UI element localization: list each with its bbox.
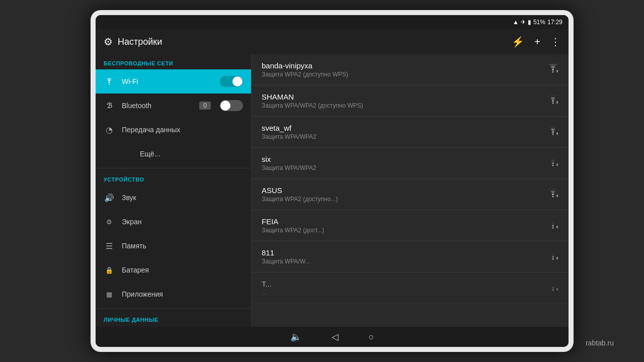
section-wireless: БЕСПРОВОДНЫЕ СЕТИ (96, 54, 251, 69)
battery-percent: 51% (533, 19, 545, 26)
bluetooth-badge: 0 (199, 102, 211, 110)
svg-point-9 (552, 196, 554, 198)
svg-rect-8 (556, 163, 558, 166)
divider-1 (96, 168, 251, 168)
wifi-network-security: Защита WPA/W... (262, 258, 541, 265)
svg-rect-12 (556, 226, 558, 228)
apps-label: Приложения (122, 290, 243, 298)
bluetooth-toggle[interactable] (220, 100, 243, 111)
back-button[interactable]: ◁ (332, 331, 339, 342)
wifi-network-info: T... ... (262, 280, 541, 296)
action-bar: ⚙ Настройки ⚡ + ⋮ (96, 29, 569, 54)
memory-icon: ☰ (104, 240, 115, 251)
sidebar: БЕСПРОВОДНЫЕ СЕТИ Wi-Fi (96, 54, 252, 327)
wifi-network-info: six Защита WPA/WPA2 (262, 155, 541, 171)
svg-point-3 (552, 103, 554, 104)
wifi-network-item[interactable]: banda-vinipyxa Защита WPA2 (доступно WPS… (252, 54, 569, 85)
bluetooth-toggle-knob (220, 101, 230, 111)
home-button[interactable]: ○ (369, 332, 374, 342)
svg-point-5 (552, 134, 554, 135)
wifi-toggle[interactable] (220, 76, 243, 87)
refresh-icon[interactable]: ⚡ (512, 36, 524, 48)
wifi-network-security: Защита WPA2 (доступно WPS) (262, 71, 541, 78)
wifi-network-security: Защита WPA2 (дост...) (262, 227, 541, 234)
wifi-network-info: SHAMAN Защита WPA/WPA2 (доступно WPS) (262, 93, 541, 109)
apps-icon: ▦ (104, 289, 115, 300)
wifi-network-security: Защита WPA2 (доступно...) (262, 196, 541, 203)
svg-point-0 (109, 84, 110, 85)
wifi-network-item[interactable]: T... ... (252, 273, 569, 304)
wifi-network-item[interactable]: 811 Защита WPA/W... (252, 241, 569, 273)
sidebar-item-bluetooth[interactable]: ℬ Bluetooth 0 (96, 94, 251, 118)
time-display: 17:29 (547, 19, 562, 26)
tablet-frame: ▲ ✈ ▮ 51% 17:29 ⚙ Настройки ⚡ + ⋮ (91, 10, 574, 352)
more-icon[interactable]: ⋮ (550, 36, 560, 48)
volume-button[interactable]: 🔈 (290, 331, 301, 342)
wifi-network-item[interactable]: six Защита WPA/WPA2 (252, 148, 569, 179)
bottom-navigation-bar: 🔈 ◁ ○ (96, 327, 569, 347)
svg-point-11 (552, 227, 554, 229)
sidebar-item-battery[interactable]: 🔒 Батарея (96, 258, 251, 282)
sidebar-item-apps[interactable]: ▦ Приложения (96, 282, 251, 306)
bluetooth-icon: ℬ (104, 100, 115, 111)
section-device: УСТРОЙСТВО (96, 170, 251, 186)
svg-rect-14 (556, 257, 558, 259)
wifi-network-security: Защита WPA/WPA2 (262, 133, 541, 140)
divider-2 (96, 308, 251, 309)
svg-rect-16 (556, 288, 558, 291)
wifi-network-info: 811 Защита WPA/W... (262, 248, 541, 265)
page-title: Настройки (118, 37, 162, 47)
wifi-signal-icon (547, 220, 558, 231)
wifi-network-security: ... (262, 289, 541, 296)
more-dots-icon (104, 148, 115, 159)
wifi-network-name: ASUS (262, 186, 541, 195)
svg-point-13 (552, 258, 554, 260)
wifi-status-icon: ▲ (513, 19, 519, 26)
wifi-network-item[interactable]: SHAMAN Защита WPA/WPA2 (доступно WPS) (252, 85, 569, 117)
wifi-signal-icon (547, 126, 558, 138)
sidebar-item-screen[interactable]: ⚙ Экран (96, 210, 251, 234)
wifi-network-item[interactable]: ASUS Защита WPA2 (доступно...) (252, 179, 569, 210)
sidebar-item-more[interactable]: Ещё... (96, 142, 251, 166)
svg-rect-6 (556, 132, 558, 135)
wifi-signal-icon (547, 64, 558, 75)
wifi-network-name: SHAMAN (262, 93, 541, 101)
signal-icon: ✈ (521, 19, 526, 26)
wifi-icon (104, 76, 115, 87)
svg-point-15 (552, 290, 554, 291)
wifi-signal-icon (547, 95, 558, 107)
sound-icon: 🔊 (104, 192, 115, 203)
svg-rect-4 (556, 101, 558, 104)
wifi-network-name: six (262, 155, 541, 163)
settings-gear-icon: ⚙ (104, 36, 113, 48)
wifi-network-list: banda-vinipyxa Защита WPA2 (доступно WPS… (252, 54, 569, 327)
wifi-network-item[interactable]: sveta_wf Защита WPA/WPA2 (252, 117, 569, 148)
sidebar-item-memory[interactable]: ☰ Память (96, 234, 251, 258)
wifi-label: Wi-Fi (122, 77, 213, 85)
sidebar-item-wifi[interactable]: Wi-Fi (96, 69, 251, 94)
wifi-network-name: sveta_wf (262, 124, 541, 132)
action-bar-icons: ⚡ + ⋮ (512, 36, 560, 48)
svg-point-7 (552, 165, 554, 166)
wifi-network-info: banda-vinipyxa Защита WPA2 (доступно WPS… (262, 61, 541, 78)
sidebar-item-sound[interactable]: 🔊 Звук (96, 186, 251, 210)
add-icon[interactable]: + (534, 36, 540, 48)
battery-icon: ▮ (528, 19, 531, 26)
wifi-network-item[interactable]: FEIA Защита WPA2 (дост...) (252, 210, 569, 241)
tablet-screen: ▲ ✈ ▮ 51% 17:29 ⚙ Настройки ⚡ + ⋮ (96, 15, 569, 347)
bluetooth-label: Bluetooth (122, 102, 192, 110)
memory-label: Память (122, 242, 243, 250)
wifi-network-info: sveta_wf Защита WPA/WPA2 (262, 124, 541, 140)
screen-label: Экран (122, 218, 243, 226)
sound-label: Звук (122, 194, 243, 202)
svg-rect-2 (556, 70, 558, 72)
screen-icon: ⚙ (104, 216, 115, 227)
more-label: Ещё... (122, 150, 243, 158)
wifi-network-security: Защита WPA/WPA2 (доступно WPS) (262, 102, 541, 109)
status-icons: ▲ ✈ ▮ 51% 17:29 (513, 19, 562, 26)
wifi-signal-icon (547, 189, 558, 200)
data-icon: ◔ (104, 124, 115, 135)
sidebar-item-data[interactable]: ◔ Передача данных (96, 118, 251, 142)
wifi-signal-icon (547, 251, 558, 262)
main-content: БЕСПРОВОДНЫЕ СЕТИ Wi-Fi (96, 54, 569, 327)
